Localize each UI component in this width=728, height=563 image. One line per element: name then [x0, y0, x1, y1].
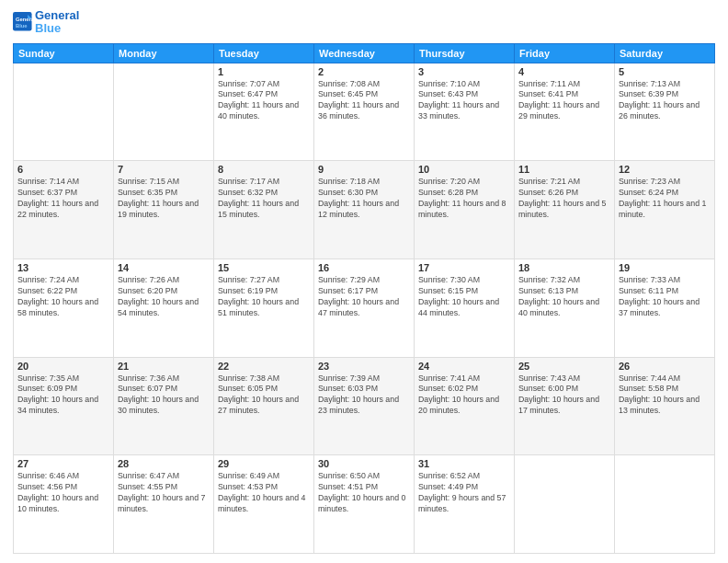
- sunset-label: Sunset: 6:47 PM: [218, 89, 278, 98]
- day-info: Sunrise: 7:20 AM Sunset: 6:28 PM Dayligh…: [418, 177, 510, 221]
- day-info: Sunrise: 6:52 AM Sunset: 4:49 PM Dayligh…: [418, 471, 510, 515]
- logo: General Blue General Blue: [13, 9, 79, 36]
- weekday-monday: Monday: [114, 43, 214, 63]
- day-number: 22: [218, 361, 310, 372]
- calendar-cell: 12 Sunrise: 7:23 AM Sunset: 6:24 PM Dayl…: [615, 161, 715, 259]
- sunrise-label: Sunrise: 6:49 AM: [218, 471, 279, 480]
- day-number: 3: [418, 66, 510, 77]
- daylight-label: Daylight: 11 hours and 36 minutes.: [318, 100, 399, 121]
- sunset-label: Sunset: 6:30 PM: [318, 188, 378, 197]
- day-number: 27: [17, 458, 109, 469]
- weekday-wednesday: Wednesday: [314, 43, 415, 63]
- day-info: Sunrise: 7:32 AM Sunset: 6:13 PM Dayligh…: [518, 275, 610, 319]
- calendar-cell: 15 Sunrise: 7:27 AM Sunset: 6:19 PM Dayl…: [214, 259, 314, 357]
- day-info: Sunrise: 7:10 AM Sunset: 6:43 PM Dayligh…: [418, 79, 510, 123]
- day-info: Sunrise: 7:33 AM Sunset: 6:11 PM Dayligh…: [619, 275, 711, 319]
- calendar-cell: 31 Sunrise: 6:52 AM Sunset: 4:49 PM Dayl…: [415, 455, 515, 554]
- day-info: Sunrise: 7:26 AM Sunset: 6:20 PM Dayligh…: [118, 275, 210, 319]
- sunrise-label: Sunrise: 7:11 AM: [518, 79, 580, 88]
- calendar-cell: 21 Sunrise: 7:36 AM Sunset: 6:07 PM Dayl…: [114, 357, 214, 455]
- day-info: Sunrise: 6:49 AM Sunset: 4:53 PM Dayligh…: [218, 471, 310, 515]
- day-number: 1: [218, 66, 310, 77]
- calendar-cell: 14 Sunrise: 7:26 AM Sunset: 6:20 PM Dayl…: [114, 259, 214, 357]
- sunset-label: Sunset: 6:05 PM: [218, 384, 278, 393]
- week-row-1: 1 Sunrise: 7:07 AM Sunset: 6:47 PM Dayli…: [14, 63, 715, 161]
- sunrise-label: Sunrise: 7:27 AM: [218, 275, 279, 284]
- day-number: 16: [318, 262, 410, 273]
- calendar-cell: 27 Sunrise: 6:46 AM Sunset: 4:56 PM Dayl…: [14, 455, 114, 554]
- day-info: Sunrise: 7:07 AM Sunset: 6:47 PM Dayligh…: [218, 79, 310, 123]
- calendar-cell: 11 Sunrise: 7:21 AM Sunset: 6:26 PM Dayl…: [515, 161, 615, 259]
- calendar-cell: 16 Sunrise: 7:29 AM Sunset: 6:17 PM Dayl…: [314, 259, 415, 357]
- sunset-label: Sunset: 6:24 PM: [619, 188, 678, 197]
- daylight-label: Daylight: 11 hours and 29 minutes.: [518, 100, 599, 121]
- day-number: 10: [418, 164, 510, 175]
- daylight-label: Daylight: 10 hours and 23 minutes.: [318, 395, 399, 415]
- daylight-label: Daylight: 11 hours and 40 minutes.: [218, 100, 299, 121]
- week-row-5: 27 Sunrise: 6:46 AM Sunset: 4:56 PM Dayl…: [14, 455, 715, 554]
- calendar-cell: 30 Sunrise: 6:50 AM Sunset: 4:51 PM Dayl…: [314, 455, 415, 554]
- day-info: Sunrise: 7:36 AM Sunset: 6:07 PM Dayligh…: [118, 373, 210, 418]
- day-number: 8: [218, 164, 310, 175]
- day-number: 20: [17, 361, 109, 372]
- daylight-label: Daylight: 11 hours and 33 minutes.: [418, 100, 499, 121]
- day-info: Sunrise: 7:29 AM Sunset: 6:17 PM Dayligh…: [318, 275, 410, 319]
- day-info: Sunrise: 7:23 AM Sunset: 6:24 PM Dayligh…: [619, 177, 711, 221]
- day-info: Sunrise: 7:14 AM Sunset: 6:37 PM Dayligh…: [17, 177, 109, 221]
- sunset-label: Sunset: 6:41 PM: [518, 89, 578, 98]
- sunset-label: Sunset: 6:02 PM: [418, 384, 478, 393]
- daylight-label: Daylight: 10 hours and 4 minutes.: [218, 493, 305, 513]
- header: General Blue General Blue: [13, 9, 715, 36]
- calendar-cell: 28 Sunrise: 6:47 AM Sunset: 4:55 PM Dayl…: [114, 455, 214, 554]
- day-number: 14: [118, 262, 210, 273]
- day-info: Sunrise: 7:18 AM Sunset: 6:30 PM Dayligh…: [318, 177, 410, 221]
- sunset-label: Sunset: 6:19 PM: [218, 286, 278, 295]
- day-number: 29: [218, 458, 310, 469]
- calendar-cell: 5 Sunrise: 7:13 AM Sunset: 6:39 PM Dayli…: [615, 63, 715, 161]
- daylight-label: Daylight: 10 hours and 30 minutes.: [118, 395, 199, 415]
- sunrise-label: Sunrise: 6:52 AM: [418, 471, 480, 480]
- sunrise-label: Sunrise: 7:24 AM: [17, 275, 79, 284]
- calendar-cell: 23 Sunrise: 7:39 AM Sunset: 6:03 PM Dayl…: [314, 357, 415, 455]
- weekday-header-row: SundayMondayTuesdayWednesdayThursdayFrid…: [14, 43, 715, 63]
- day-number: 26: [619, 361, 711, 372]
- calendar-cell: [615, 455, 715, 554]
- day-number: 24: [418, 361, 510, 372]
- sunset-label: Sunset: 6:22 PM: [17, 286, 77, 295]
- logo-icon: General Blue: [13, 12, 33, 32]
- sunrise-label: Sunrise: 7:07 AM: [218, 79, 279, 88]
- calendar-cell: [515, 455, 615, 554]
- sunset-label: Sunset: 4:53 PM: [218, 482, 278, 491]
- daylight-label: Daylight: 11 hours and 15 minutes.: [218, 199, 299, 219]
- day-number: 13: [17, 262, 109, 273]
- sunrise-label: Sunrise: 7:20 AM: [418, 177, 480, 186]
- sunrise-label: Sunrise: 7:21 AM: [518, 177, 580, 186]
- calendar-cell: 9 Sunrise: 7:18 AM Sunset: 6:30 PM Dayli…: [314, 161, 415, 259]
- daylight-label: Daylight: 10 hours and 17 minutes.: [518, 395, 599, 415]
- sunrise-label: Sunrise: 7:13 AM: [619, 79, 680, 88]
- sunrise-label: Sunrise: 7:44 AM: [619, 373, 680, 383]
- day-info: Sunrise: 7:44 AM Sunset: 5:58 PM Dayligh…: [619, 373, 711, 418]
- svg-text:Blue: Blue: [16, 23, 28, 29]
- calendar-cell: [14, 63, 114, 161]
- calendar-cell: 8 Sunrise: 7:17 AM Sunset: 6:32 PM Dayli…: [214, 161, 314, 259]
- day-info: Sunrise: 6:50 AM Sunset: 4:51 PM Dayligh…: [318, 471, 410, 515]
- calendar-table: SundayMondayTuesdayWednesdayThursdayFrid…: [13, 43, 715, 554]
- sunrise-label: Sunrise: 7:26 AM: [118, 275, 179, 284]
- sunset-label: Sunset: 6:37 PM: [17, 188, 77, 197]
- daylight-label: Daylight: 10 hours and 7 minutes.: [118, 493, 205, 513]
- sunrise-label: Sunrise: 7:14 AM: [17, 177, 79, 186]
- logo-text-block: General Blue: [35, 9, 79, 36]
- sunset-label: Sunset: 6:13 PM: [518, 286, 578, 295]
- calendar-cell: 4 Sunrise: 7:11 AM Sunset: 6:41 PM Dayli…: [515, 63, 615, 161]
- calendar-cell: 13 Sunrise: 7:24 AM Sunset: 6:22 PM Dayl…: [14, 259, 114, 357]
- day-number: 21: [118, 361, 210, 372]
- day-number: 15: [218, 262, 310, 273]
- sunset-label: Sunset: 6:11 PM: [619, 286, 678, 295]
- sunrise-label: Sunrise: 7:08 AM: [318, 79, 380, 88]
- sunrise-label: Sunrise: 7:17 AM: [218, 177, 279, 186]
- day-number: 9: [318, 164, 410, 175]
- weekday-saturday: Saturday: [615, 43, 715, 63]
- logo-line1: General: [35, 9, 79, 22]
- daylight-label: Daylight: 11 hours and 1 minute.: [619, 199, 706, 219]
